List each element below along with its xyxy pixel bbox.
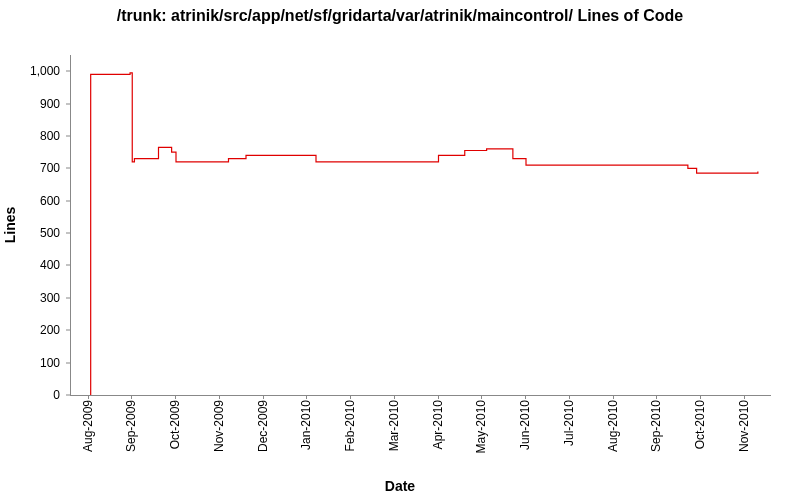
x-tick-label: Nov-2009 [212,400,226,452]
x-tick-label: Sep-2010 [649,400,663,452]
x-tick-label: Oct-2010 [693,400,707,449]
x-tick-label: Sep-2009 [124,400,138,452]
y-tick-mark [66,297,70,298]
y-tick-mark [66,135,70,136]
y-tick-label: 400 [0,258,60,272]
y-tick-label: 800 [0,129,60,143]
x-tick-label: Jul-2010 [562,400,576,446]
y-tick-label: 900 [0,97,60,111]
x-tick-mark [700,395,701,399]
y-tick-label: 0 [0,388,60,402]
x-tick-mark [525,395,526,399]
x-tick-mark [263,395,264,399]
x-tick-label: Jan-2010 [299,400,313,450]
y-tick-label: 100 [0,356,60,370]
x-tick-label: Mar-2010 [387,400,401,451]
x-tick-label: Aug-2010 [606,400,620,452]
y-tick-label: 500 [0,226,60,240]
x-tick-mark [394,395,395,399]
x-tick-mark [175,395,176,399]
x-tick-label: Feb-2010 [343,400,357,451]
x-tick-mark [656,395,657,399]
y-tick-label: 700 [0,161,60,175]
y-tick-mark [66,200,70,201]
x-tick-mark [569,395,570,399]
plot-area [70,55,771,396]
x-tick-mark [481,395,482,399]
x-tick-label: Dec-2009 [256,400,270,452]
x-tick-mark [613,395,614,399]
y-tick-mark [66,103,70,104]
y-tick-mark [66,362,70,363]
y-tick-label: 300 [0,291,60,305]
y-tick-label: 600 [0,194,60,208]
y-tick-mark [66,330,70,331]
y-tick-label: 200 [0,323,60,337]
x-tick-mark [88,395,89,399]
x-tick-label: May-2010 [474,400,488,453]
x-tick-label: Jun-2010 [518,400,532,450]
y-tick-mark [66,168,70,169]
chart-container: /trunk: atrinik/src/app/net/sf/gridarta/… [0,0,800,500]
x-tick-label: Aug-2009 [81,400,95,452]
y-tick-mark [66,395,70,396]
x-tick-mark [438,395,439,399]
x-tick-mark [744,395,745,399]
y-tick-label: 1,000 [0,64,60,78]
x-tick-label: Nov-2010 [737,400,751,452]
y-tick-mark [66,265,70,266]
x-tick-mark [131,395,132,399]
x-tick-label: Apr-2010 [431,400,445,449]
line-series [71,55,771,395]
x-tick-mark [306,395,307,399]
y-tick-mark [66,233,70,234]
x-tick-label: Oct-2009 [168,400,182,449]
y-tick-mark [66,71,70,72]
x-tick-mark [350,395,351,399]
x-axis-label: Date [0,478,800,494]
x-tick-mark [219,395,220,399]
chart-title: /trunk: atrinik/src/app/net/sf/gridarta/… [0,0,800,29]
